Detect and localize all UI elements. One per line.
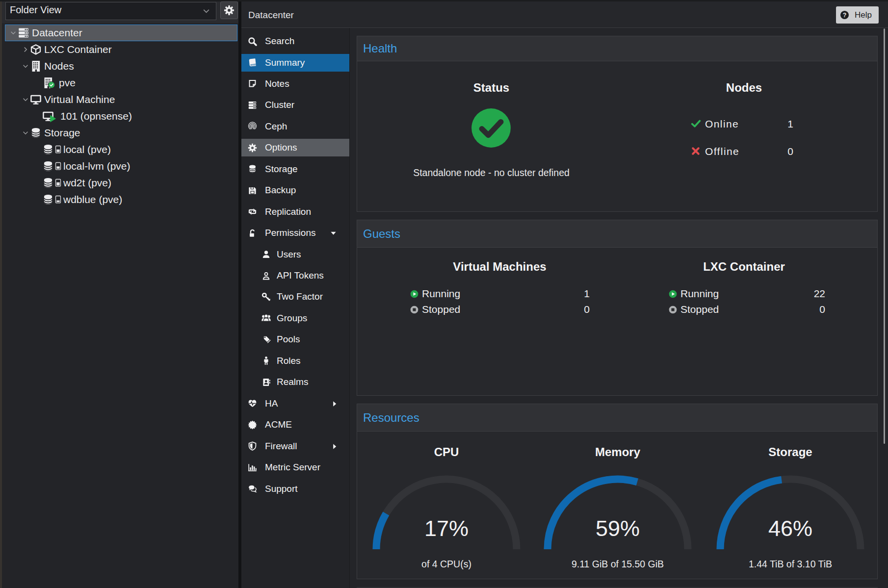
svg-text:?: ? [843,12,847,19]
